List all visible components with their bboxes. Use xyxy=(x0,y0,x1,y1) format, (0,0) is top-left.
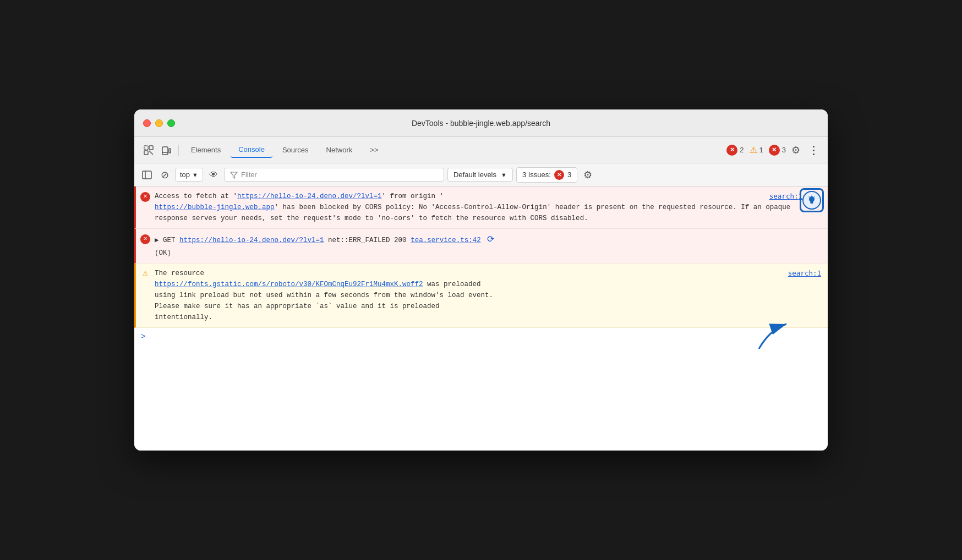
svg-line-3 xyxy=(149,151,153,155)
warn-icon: ⚠ xyxy=(140,269,150,279)
tab-sources[interactable]: Sources xyxy=(275,142,316,157)
tab-more[interactable]: >> xyxy=(362,142,386,157)
issues-error-icon: ✕ xyxy=(554,170,564,180)
levels-selector[interactable]: Default levels ▼ xyxy=(447,168,513,182)
levels-dropdown-icon: ▼ xyxy=(501,172,507,178)
lightbulb-button[interactable] xyxy=(802,191,821,210)
top-label: top xyxy=(180,171,190,179)
traffic-lights xyxy=(143,119,175,127)
reload-icon[interactable]: ⟳ xyxy=(487,233,494,248)
bubble-link[interactable]: https://bubble-jingle.web.app xyxy=(155,204,275,211)
font-url-link[interactable]: https://fonts.gstatic.com/s/roboto/v30/K… xyxy=(155,281,423,288)
svg-rect-2 xyxy=(144,151,148,155)
svg-rect-4 xyxy=(162,147,168,155)
main-toolbar: Elements Console Sources Network >> ✕ 2 … xyxy=(134,137,828,163)
issues-prefix: 3 Issues: xyxy=(522,171,551,179)
device-toolbar-icon[interactable] xyxy=(158,142,174,158)
svg-line-13 xyxy=(809,197,810,197)
window-content: ✕ Access to fetch at 'https://hello-io-2… xyxy=(134,186,828,451)
tea-service-link[interactable]: tea.service.ts:42 xyxy=(411,237,481,244)
dropdown-arrow-icon: ▼ xyxy=(192,172,198,178)
console-content: ✕ Access to fetch at 'https://hello-io-2… xyxy=(134,186,828,451)
badge-group: ✕ 2 ⚠ 1 ✕ 3 xyxy=(726,145,786,156)
warn-count: 1 xyxy=(759,146,763,154)
issues-badge[interactable]: 3 Issues: ✕ 3 xyxy=(516,167,577,183)
sidebar-toggle-icon[interactable] xyxy=(140,168,154,182)
svg-rect-5 xyxy=(169,149,171,153)
warning-source-link[interactable]: search:1 xyxy=(788,268,821,279)
error-icon-1: ✕ xyxy=(140,192,150,202)
svg-rect-1 xyxy=(149,146,153,150)
svg-rect-0 xyxy=(144,146,148,150)
log-entry-error-1: ✕ Access to fetch at 'https://hello-io-2… xyxy=(134,186,828,229)
settings-icon[interactable]: ⚙ xyxy=(788,142,804,158)
info-icon: ✕ xyxy=(769,145,780,156)
title-bar: DevTools - bubble-jingle.web.app/search xyxy=(134,109,828,137)
more-icon[interactable]: ⋮ xyxy=(806,142,821,158)
svg-line-12 xyxy=(815,197,815,197)
eye-icon[interactable]: 👁 xyxy=(206,168,221,182)
error-icon: ✕ xyxy=(726,145,737,156)
log-text-3: The resource search:1 https://fonts.gsta… xyxy=(155,268,821,323)
svg-rect-7 xyxy=(143,171,151,179)
console-toolbar: ⊘ top ▼ 👁 Filter Default levels ▼ 3 Issu… xyxy=(134,163,828,186)
source-link-inline[interactable]: search:1 xyxy=(769,191,802,202)
warn-badge[interactable]: ⚠ 1 xyxy=(750,145,763,155)
log-text-2: ▶ GET https://hello-io-24.deno.dev/?lvl=… xyxy=(155,233,821,259)
clear-icon[interactable]: ⊘ xyxy=(157,168,172,182)
window-title: DevTools - bubble-jingle.web.app/search xyxy=(412,119,550,128)
tab-console[interactable]: Console xyxy=(231,142,272,158)
filter-icon xyxy=(230,171,238,179)
error-count: 2 xyxy=(740,146,744,154)
log-text-1: Access to fetch at 'https://hello-io-24.… xyxy=(155,191,798,224)
devtools-window: DevTools - bubble-jingle.web.app/search … xyxy=(134,109,828,451)
svg-rect-10 xyxy=(811,204,813,204)
maximize-button[interactable] xyxy=(167,119,175,127)
close-button[interactable] xyxy=(143,119,151,127)
error-icon-2: ✕ xyxy=(140,234,150,244)
info-badge[interactable]: ✕ 3 xyxy=(769,145,786,156)
top-selector[interactable]: top ▼ xyxy=(175,168,203,182)
levels-label: Default levels xyxy=(453,171,496,179)
console-settings-icon[interactable]: ⚙ xyxy=(581,168,595,182)
filter-input[interactable]: Filter xyxy=(224,168,444,182)
filter-placeholder: Filter xyxy=(241,171,257,179)
lightbulb-container xyxy=(802,191,821,210)
svg-rect-9 xyxy=(810,202,813,203)
tab-elements[interactable]: Elements xyxy=(183,142,228,157)
toolbar-separator xyxy=(178,145,179,156)
tab-network[interactable]: Network xyxy=(319,142,360,157)
error-badge[interactable]: ✕ 2 xyxy=(726,145,744,156)
minimize-button[interactable] xyxy=(155,119,163,127)
cursor-chevron: > xyxy=(141,332,145,341)
inspect-icon[interactable] xyxy=(141,142,156,158)
cors-url-link[interactable]: https://hello-io-24.deno.dev/?lvl=1 xyxy=(237,193,382,200)
get-url-link[interactable]: https://hello-io-24.deno.dev/?lvl=1 xyxy=(179,237,324,244)
log-entry-error-2: ✕ ▶ GET https://hello-io-24.deno.dev/?lv… xyxy=(134,229,828,263)
info-count: 3 xyxy=(782,146,786,154)
warn-icon: ⚠ xyxy=(750,145,757,155)
issues-count: 3 xyxy=(567,171,571,179)
log-entry-warning: ⚠ The resource search:1 https://fonts.gs… xyxy=(134,263,828,328)
console-cursor-line[interactable]: > xyxy=(134,328,828,345)
